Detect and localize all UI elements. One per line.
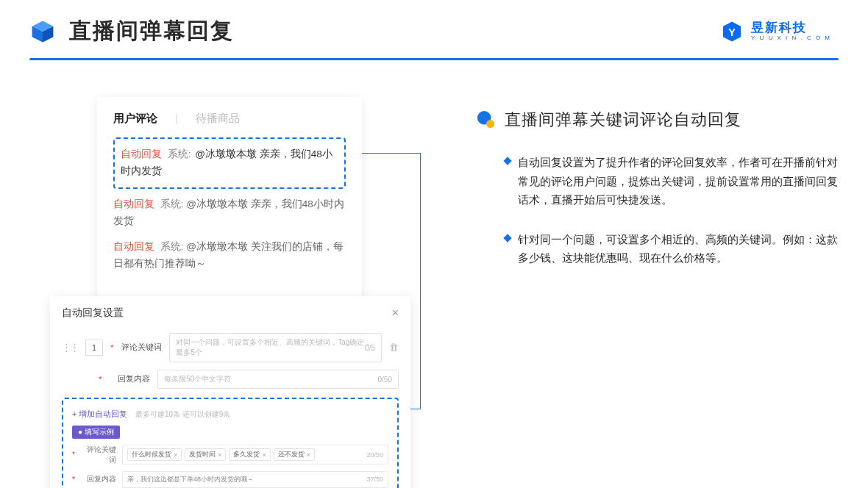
- left-column: 用户评论 | 待播商品 自动回复 系统: @冰墩墩本墩 亲亲，我们48小时内发货…: [50, 97, 410, 488]
- cube-logo-icon: [29, 18, 56, 45]
- header-left: 直播间弹幕回复: [29, 16, 234, 46]
- system-label: 系统:: [160, 241, 184, 252]
- bullet-text: 自动回复设置为了提升作者的评论回复效率，作者可在开播前针对常见的评论用户问题，提…: [518, 153, 839, 209]
- keyword-row: ⋮⋮ 1 * 评论关键词 对同一个问题，可设置多个相近、高频的关键词，Tag确定…: [62, 333, 399, 362]
- drag-handle-icon[interactable]: ⋮⋮: [62, 342, 78, 353]
- keyword-input[interactable]: 对同一个问题，可设置多个相近、高频的关键词，Tag确定，最多5个 0/5: [169, 333, 382, 362]
- diamond-bullet-icon: [503, 157, 511, 165]
- section-heading: 直播间弹幕关键词评论自动回复: [477, 109, 839, 131]
- delete-icon[interactable]: 🗑: [389, 342, 399, 353]
- index-box: 1: [85, 340, 103, 356]
- example-kw-input[interactable]: 什么时候发货× 发货时间× 多久发货× 还不发货× 20/50: [122, 445, 388, 464]
- char-count: 0/50: [378, 375, 392, 383]
- tab-separator: |: [175, 112, 178, 126]
- svg-point-6: [486, 120, 494, 128]
- tab-user-comments[interactable]: 用户评论: [113, 112, 157, 126]
- example-keyword-row: * 评论关键词 什么时候发货× 发货时间× 多久发货× 还不发货× 20/50: [72, 445, 388, 465]
- tag-chip[interactable]: 还不发货×: [274, 448, 315, 461]
- bullet-item: 针对同一个问题，可设置多个相近的、高频的关键词。例如：这款多少钱、这块能优惠吗、…: [477, 230, 839, 268]
- required-star: *: [99, 375, 102, 384]
- auto-reply-tag: 自动回复: [113, 198, 154, 209]
- tag-remove-icon: ×: [218, 451, 221, 459]
- section-title: 直播间弹幕关键词评论自动回复: [505, 109, 741, 131]
- brand-hex-icon: Y: [720, 20, 744, 43]
- reply-row: 自动回复 系统: @冰墩墩本墩 亲亲，我们48小时内发货: [121, 146, 338, 180]
- chat-bubble-icon: [477, 110, 496, 129]
- connector-line: [362, 153, 421, 154]
- highlighted-reply: 自动回复 系统: @冰墩墩本墩 亲亲，我们48小时内发货: [113, 137, 346, 189]
- panel-title: 自动回复设置: [62, 306, 124, 320]
- example-content-label: 回复内容: [81, 474, 116, 484]
- tag-remove-icon: ×: [174, 451, 177, 459]
- example-badge: ● 填写示例: [72, 426, 120, 439]
- page-header: 直播间弹幕回复 Y 昱新科技 Y U U X I N . C O M: [0, 0, 868, 46]
- example-kw-label: 评论关键词: [81, 445, 116, 465]
- connector-line: [420, 153, 421, 409]
- keyword-label: 评论关键词: [121, 342, 162, 353]
- tag-chip[interactable]: 多久发货×: [229, 448, 270, 461]
- reply-row: 自动回复 系统: @冰墩墩本墩 亲亲，我们48小时内发货: [113, 196, 346, 230]
- auto-reply-tag: 自动回复: [121, 148, 162, 159]
- char-count: 0/5: [365, 343, 375, 351]
- system-label: 系统:: [168, 148, 191, 159]
- example-content-row: * 回复内容 亲，我们这边都是下单48小时内发货的哦～ 37/50: [72, 471, 388, 488]
- tag-remove-icon: ×: [307, 451, 310, 459]
- add-hint: 最多可建10条 还可以创建9条: [135, 410, 230, 418]
- tag-chip[interactable]: 什么时候发货×: [127, 448, 182, 461]
- page-title: 直播间弹幕回复: [69, 16, 234, 46]
- brand-block: Y 昱新科技 Y U U X I N . C O M: [720, 20, 831, 43]
- auto-reply-tag: 自动回复: [113, 241, 154, 252]
- tag-remove-icon: ×: [262, 451, 266, 459]
- diamond-bullet-icon: [503, 234, 511, 242]
- card-tabs: 用户评论 | 待播商品: [113, 112, 346, 126]
- panel-header: 自动回复设置 ×: [62, 306, 399, 320]
- brand-cn: 昱新科技: [751, 21, 831, 34]
- content-row: * 回复内容 每条限50个中文字符 0/50: [62, 370, 399, 389]
- required-star: *: [72, 451, 75, 459]
- brand-text: 昱新科技 Y U U X I N . C O M: [751, 21, 831, 41]
- placeholder-text: 每条限50个中文字符: [164, 375, 231, 383]
- comment-card: 用户评论 | 待播商品 自动回复 系统: @冰墩墩本墩 亲亲，我们48小时内发货…: [97, 97, 362, 301]
- add-row: + 增加自动回复 最多可建10条 还可以创建9条: [72, 406, 388, 420]
- bullet-text: 针对同一个问题，可设置多个相近的、高频的关键词。例如：这款多少钱、这块能优惠吗、…: [518, 230, 839, 268]
- auto-reply-settings-panel: 自动回复设置 × ⋮⋮ 1 * 评论关键词 对同一个问题，可设置多个相近、高频的…: [50, 296, 410, 488]
- main-content: 用户评论 | 待播商品 自动回复 系统: @冰墩墩本墩 亲亲，我们48小时内发货…: [0, 60, 868, 488]
- example-content-input[interactable]: 亲，我们这边都是下单48小时内发货的哦～ 37/50: [122, 471, 388, 488]
- required-star: *: [72, 476, 75, 484]
- add-auto-reply-link[interactable]: + 增加自动回复: [72, 409, 127, 418]
- right-column: 直播间弹幕关键词评论自动回复 自动回复设置为了提升作者的评论回复效率，作者可在开…: [477, 97, 839, 488]
- tab-pending-goods[interactable]: 待播商品: [196, 112, 240, 126]
- system-label: 系统:: [160, 198, 184, 209]
- svg-text:Y: Y: [728, 26, 736, 37]
- content-input[interactable]: 每条限50个中文字符 0/50: [157, 370, 399, 389]
- tag-chip[interactable]: 发货时间×: [185, 448, 226, 461]
- placeholder-text: 对同一个问题，可设置多个相近、高频的关键词，Tag确定，最多5个: [176, 338, 371, 356]
- content-text: 亲，我们这边都是下单48小时内发货的哦～: [127, 475, 254, 484]
- bullet-item: 自动回复设置为了提升作者的评论回复效率，作者可在开播前针对常见的评论用户问题，提…: [477, 153, 839, 209]
- char-count: 37/50: [366, 476, 383, 483]
- close-icon[interactable]: ×: [392, 306, 399, 320]
- example-section: + 增加自动回复 最多可建10条 还可以创建9条 ● 填写示例 * 评论关键词 …: [62, 398, 399, 488]
- required-star: *: [110, 343, 113, 352]
- char-count: 20/50: [366, 451, 383, 459]
- reply-row: 自动回复 系统: @冰墩墩本墩 关注我们的店铺，每日都有热门推荐呦～: [113, 239, 346, 273]
- content-label: 回复内容: [109, 373, 150, 384]
- brand-en: Y U U X I N . C O M: [751, 35, 831, 41]
